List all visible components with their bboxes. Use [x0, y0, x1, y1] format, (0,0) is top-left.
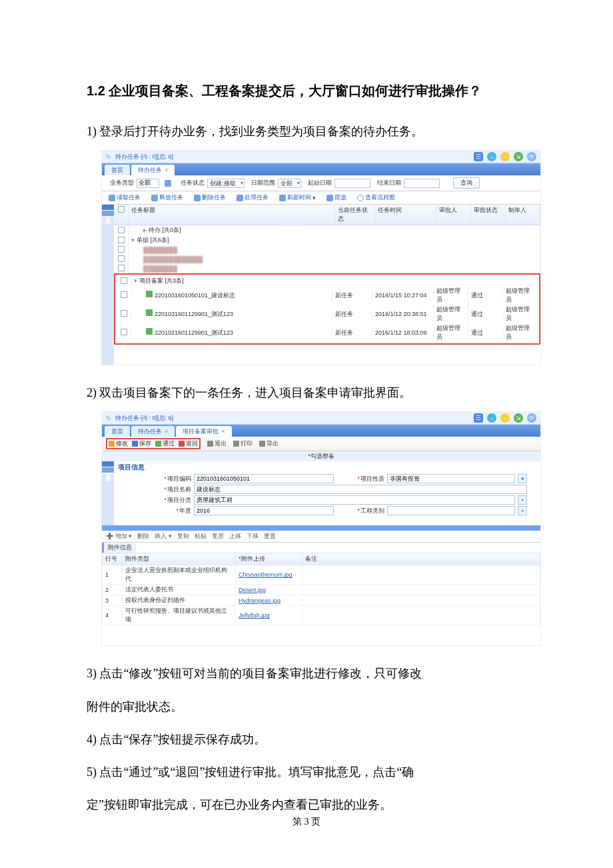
pass-button[interactable]: 通过 — [155, 439, 175, 448]
save-button[interactable]: 保存 — [132, 439, 151, 448]
grid-toolbar: 读取任务 释放任务 删除任务 处理任务 刷新时间 ▾ 筛选 查看流程图 — [102, 191, 540, 205]
minimize-icon[interactable]: − — [500, 152, 510, 161]
engtype-input[interactable] — [387, 506, 515, 515]
table-row[interactable]: 2法定代表人委托书Desert.jpg — [103, 585, 540, 595]
process-task-button[interactable]: 处理任务 — [234, 193, 271, 203]
doc-icon — [146, 309, 153, 316]
copy-button[interactable]: 复制 — [177, 532, 189, 541]
reload-icon[interactable]: ⟳ — [527, 152, 536, 161]
year-input[interactable] — [194, 506, 334, 515]
class-input[interactable] — [194, 495, 515, 505]
table-row[interactable]: 4可行性研究报告、项目建议书或其他立项Jellyfish.jpg — [103, 606, 540, 625]
biztype-input[interactable] — [137, 179, 159, 188]
step-1: 1) 登录后打开待办业务，找到业务类型为项目备案的待办任务。 — [87, 117, 526, 146]
attachment-link: Jellyfish.jpg — [236, 606, 303, 625]
refresh-time-button[interactable]: 刷新时间 ▾ — [277, 193, 318, 203]
table-row[interactable]: 1企业法人营业执照副本或企业组织机构代Chrysanthemum.jpg — [103, 565, 540, 585]
row-checkbox[interactable] — [118, 237, 125, 243]
page-number: 第 3 页 — [0, 816, 613, 828]
tab-todo[interactable]: 待办任务× — [131, 426, 175, 437]
daterange-select[interactable]: 全部 — [278, 179, 301, 188]
maximize-icon[interactable]: ⇲ — [514, 413, 523, 423]
table-row[interactable]: 2201031601050101_建设标志 新任务 2016/1/15 10:2… — [117, 286, 538, 305]
row-checkbox[interactable] — [118, 265, 125, 271]
group-docs[interactable]: 单据 [共6条] — [131, 237, 169, 243]
group-pending[interactable]: 待办 [共0条] — [131, 227, 181, 233]
refresh-icon[interactable]: ↻ — [106, 415, 111, 421]
tab-todo[interactable]: 待办任务× — [131, 165, 175, 175]
quit-button[interactable]: 退出 — [207, 438, 227, 449]
col-status: 当前任务状态 — [335, 205, 375, 225]
down-button[interactable]: 下移 — [247, 532, 259, 541]
sidetab-card-info[interactable]: 卡片信息 — [102, 467, 114, 473]
close-icon[interactable]: × — [165, 428, 168, 435]
search-icon[interactable]: ⌕ — [487, 152, 496, 161]
col-title: 任务标题 — [129, 205, 335, 225]
group-project-record[interactable]: 项目备案 [共3条] — [134, 277, 184, 284]
checkall-label: *勾选整备 — [102, 451, 540, 461]
restore-button[interactable]: 复原 — [212, 532, 224, 541]
read-task-button[interactable]: 读取任务 — [106, 193, 143, 203]
sidetab-task[interactable]: 任务 — [102, 205, 114, 211]
startdate-input[interactable] — [334, 179, 370, 188]
row-checkbox[interactable] — [121, 329, 127, 335]
view-flow-button[interactable]: 查看流程图 — [354, 193, 398, 203]
return-button[interactable]: 退回 — [179, 439, 198, 448]
delete-task-button[interactable]: 删除任务 — [191, 193, 229, 203]
engtype-label: 工程类别 — [347, 507, 384, 515]
screenshot-todo-list: ↻ 待办任务-[今: 0][总: 6] ☰ ⌕ − ⇲ ⟳ 首页 待办任务× 业… — [101, 150, 541, 365]
edit-button[interactable]: 修改 — [109, 439, 128, 448]
close-icon[interactable]: × — [165, 167, 168, 173]
row-checkbox[interactable] — [118, 246, 125, 253]
row-checkbox[interactable] — [121, 310, 127, 317]
ins-button[interactable]: 插入 ▾ — [155, 532, 172, 541]
table-row[interactable]: 2201021601129901_测试123 新任务 2016/1/12 18:… — [117, 323, 538, 342]
divider — [102, 525, 540, 531]
tab-approve[interactable]: 项目备案审批× — [176, 426, 231, 437]
search-icon[interactable]: ⌕ — [487, 413, 496, 423]
row-checkbox[interactable] — [121, 277, 127, 284]
sidetab-list-info[interactable]: 列表信息 — [102, 461, 114, 467]
step-3-cont: 附件的审批状态。 — [87, 693, 526, 721]
status-select[interactable]: 创建;接取 — [207, 179, 245, 188]
status-label: 任务状态 — [181, 179, 205, 187]
apps-icon[interactable]: ☰ — [474, 413, 483, 423]
export-button[interactable]: 导出 — [259, 438, 279, 449]
code-input[interactable] — [194, 474, 334, 483]
refresh-icon[interactable]: ↻ — [106, 153, 111, 160]
close-icon[interactable]: × — [221, 428, 225, 435]
table-row[interactable]: 2201031601129901_测试123 新任务 2016/1/12 20:… — [117, 305, 538, 323]
row-checkbox[interactable] — [121, 291, 127, 298]
startdate-label: 起始日期 — [308, 179, 332, 187]
table-row[interactable]: 3授权代表身份证扫描件Hydrangeas.jpg — [103, 595, 540, 606]
print-button[interactable]: 打印 — [233, 438, 253, 449]
reload-icon[interactable]: ⟳ — [527, 413, 536, 423]
attachment-link: Hydrangeas.jpg — [236, 595, 303, 606]
row-checkbox[interactable] — [118, 255, 125, 262]
query-button[interactable]: 查询 — [453, 177, 480, 189]
release-task-button[interactable]: 释放任务 — [149, 193, 186, 203]
tab-bar: 首页 待办任务× 项目备案审批× — [102, 425, 540, 437]
up-button[interactable]: 上移 — [229, 532, 241, 541]
row-checkbox[interactable] — [118, 227, 125, 233]
apps-icon[interactable]: ☰ — [474, 152, 483, 161]
minimize-icon[interactable]: − — [500, 413, 510, 423]
nature-input[interactable] — [387, 474, 515, 483]
biztype-picker-icon[interactable] — [162, 179, 174, 187]
sidetab-graph[interactable]: 图形 — [102, 211, 114, 217]
del-button[interactable]: 删除 — [137, 532, 149, 541]
checkbox-all[interactable] — [118, 206, 125, 213]
blurred-row: ████████ — [131, 265, 177, 272]
tab-home[interactable]: 首页 — [105, 426, 130, 437]
filter-button[interactable]: 筛选 — [324, 193, 349, 203]
tab-home[interactable]: 首页 — [105, 165, 130, 175]
add-button[interactable]: ➕ 增加 ▾ — [106, 532, 132, 541]
paste-button[interactable]: 粘贴 — [195, 532, 207, 541]
picker-icon[interactable]: ▪ — [518, 495, 527, 505]
reset-button[interactable]: 重置 — [264, 532, 276, 541]
name-input[interactable] — [194, 485, 527, 494]
maximize-icon[interactable]: ⇲ — [514, 152, 523, 161]
picker-icon[interactable]: ▪ — [518, 506, 527, 515]
chevron-down-icon[interactable]: ▾ — [518, 474, 527, 483]
enddate-input[interactable] — [404, 179, 440, 188]
